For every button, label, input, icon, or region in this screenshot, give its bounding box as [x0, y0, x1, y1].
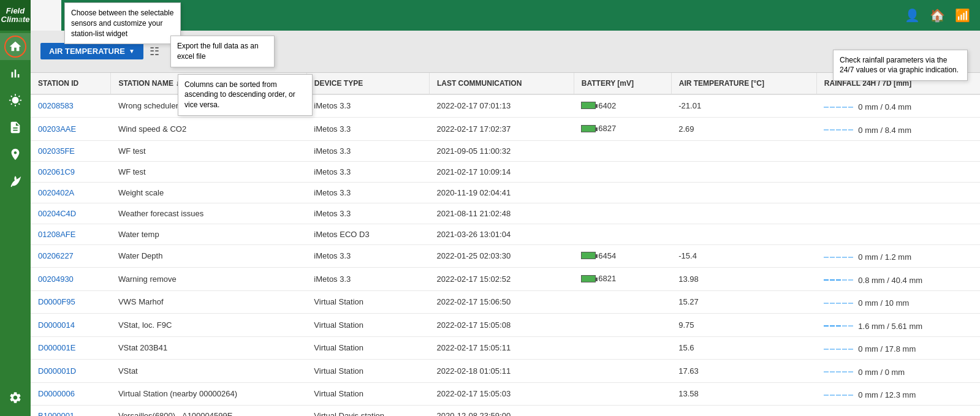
- last-comm-cell: 2022-02-17 15:05:03: [429, 382, 574, 406]
- tooltip-export-text: Export the full data as an excel file: [177, 42, 259, 61]
- sidebar-item-weather[interactable]: [0, 87, 31, 114]
- air-temp-cell: 15.27: [671, 290, 816, 314]
- last-comm-cell: 2022-01-25 02:03:30: [429, 244, 574, 268]
- device-type-cell: Virtual Davis station: [306, 406, 429, 416]
- rainfall-cell: [816, 140, 980, 161]
- building-icon[interactable]: 🏠: [930, 8, 945, 23]
- last-comm-cell: 2022-02-17 15:05:11: [429, 336, 574, 360]
- battery-indicator: 6821: [581, 274, 616, 283]
- tooltip-sensor-text: Choose between the selectable sensors an…: [71, 31, 173, 38]
- device-type-cell: iMetos 3.3: [306, 140, 429, 161]
- sidebar-item-settings[interactable]: [0, 384, 31, 411]
- last-comm-cell: 2021-08-11 21:02:48: [429, 203, 574, 224]
- last-comm-cell: 2022-02-17 15:06:50: [429, 290, 574, 314]
- rainfall-indicator[interactable]: 0 mm / 12.3 mm: [824, 390, 916, 399]
- rainfall-indicator[interactable]: 0 mm / 0.4 mm: [824, 102, 911, 112]
- device-type-cell: iMetos 3.3: [306, 203, 429, 224]
- rainfall-indicator[interactable]: 0 mm / 1.2 mm: [824, 252, 911, 262]
- battery-value: 6827: [598, 124, 616, 133]
- rain-dash-4: [842, 349, 847, 350]
- rainfall-indicator[interactable]: 0 mm / 0 mm: [824, 368, 905, 377]
- rain-dash-2: [830, 303, 835, 304]
- rain-bar-icon: [824, 129, 853, 130]
- rain-dash-5: [848, 395, 853, 396]
- device-type-cell: Virtual Station: [306, 290, 429, 314]
- station-id-link[interactable]: D000001E: [38, 343, 75, 352]
- rain-dash-3: [836, 395, 841, 396]
- air-temperature-button[interactable]: AIR TEMPERATURE ▼: [40, 43, 143, 59]
- tooltip-rainfall-text: Check rainfall parameters via the 24/7 v…: [840, 56, 959, 75]
- last-comm-cell: 2022-02-17 15:05:08: [429, 314, 574, 337]
- rain-bar-icon: [824, 395, 853, 396]
- station-id-link[interactable]: 01208AFE: [38, 230, 75, 239]
- station-id-link[interactable]: 00204C4D: [38, 209, 76, 218]
- table-row: 00208583Wrong scheduleriMetos 3.32022-02…: [31, 94, 980, 118]
- last-comm-cell: 2021-09-05 11:00:32: [429, 140, 574, 161]
- rainfall-indicator[interactable]: 1.6 mm / 5.61 mm: [824, 322, 922, 331]
- rainfall-cell: 0 mm / 17.8 mm: [816, 336, 980, 360]
- rain-dash-4: [842, 257, 847, 258]
- air-temp-cell: [671, 161, 816, 182]
- sidebar-item-home[interactable]: [0, 33, 31, 60]
- rain-dash-2: [830, 371, 835, 373]
- air-temp-cell: 13.58: [671, 382, 816, 406]
- table-row: 00206227Water DepthiMetos 3.32022-01-25 …: [31, 244, 980, 268]
- station-id-link[interactable]: 00208583: [38, 101, 74, 110]
- rain-dash-5: [848, 325, 853, 327]
- rain-dash-3: [836, 303, 841, 304]
- station-name-cell: Water Depth: [111, 244, 306, 268]
- dropdown-caret-icon: ▼: [129, 48, 135, 55]
- grid-view-icon[interactable]: ☷: [150, 45, 159, 58]
- station-id-link[interactable]: 00206227: [38, 251, 74, 260]
- station-id-link[interactable]: 00203AAE: [38, 124, 76, 134]
- rain-dash-4: [842, 129, 847, 130]
- device-type-cell: Virtual Station: [306, 360, 429, 383]
- station-id-link[interactable]: B1000001: [38, 411, 74, 416]
- last-comm-cell: 2022-02-17 07:01:13: [429, 94, 574, 118]
- device-type-cell: Virtual Station: [306, 314, 429, 337]
- rainfall-indicator[interactable]: 0.8 mm / 40.4 mm: [824, 276, 922, 285]
- battery-cell: [574, 406, 671, 416]
- rain-dash-1: [824, 129, 829, 130]
- sidebar-item-leaf[interactable]: [0, 168, 31, 195]
- station-id-link[interactable]: 00204930: [38, 274, 74, 284]
- station-id-link[interactable]: D0000006: [38, 389, 75, 398]
- col-last-comm[interactable]: LAST COMMUNICATION: [429, 73, 574, 94]
- rain-dash-3: [836, 129, 841, 130]
- app-logo[interactable]: FieldClimate: [0, 0, 31, 31]
- rainfall-indicator[interactable]: 0 mm / 8.4 mm: [824, 126, 911, 135]
- col-air-temp[interactable]: AIR TEMPERATURE [°C]: [671, 73, 816, 94]
- signal-icon[interactable]: 📶: [955, 8, 970, 23]
- col-battery[interactable]: BATTERY [mV]: [574, 73, 671, 94]
- station-id-link[interactable]: D0000F95: [38, 297, 75, 306]
- rain-dash-2: [830, 395, 835, 396]
- station-id-link[interactable]: 002035FE: [38, 146, 75, 156]
- station-name-cell: Weight scale: [111, 182, 306, 203]
- rain-dash-1: [824, 107, 829, 108]
- sidebar-item-chart[interactable]: [0, 60, 31, 87]
- air-temp-cell: 9.75: [671, 314, 816, 337]
- rainfall-indicator[interactable]: 0 mm / 10 mm: [824, 298, 909, 308]
- station-id-link[interactable]: 0020402A: [38, 188, 74, 197]
- air-temp-cell: 13.98: [671, 268, 816, 291]
- rainfall-cell: 0 mm / 0.4 mm: [816, 94, 980, 118]
- battery-bar-icon: [581, 102, 596, 109]
- station-id-link[interactable]: D0000014: [38, 320, 75, 330]
- rainfall-cell: 0 mm / 12.3 mm: [816, 382, 980, 406]
- rainfall-indicator[interactable]: 0 mm / 17.8 mm: [824, 344, 916, 354]
- rainfall-cell: [816, 182, 980, 203]
- sidebar-item-pest[interactable]: [0, 141, 31, 168]
- station-id-link[interactable]: 002061C9: [38, 167, 75, 176]
- user-icon[interactable]: 👤: [905, 8, 920, 23]
- col-station-id[interactable]: STATION ID: [31, 73, 111, 94]
- rain-dash-4: [842, 279, 847, 281]
- air-temp-cell: 15.6: [671, 336, 816, 360]
- sidebar-item-report[interactable]: [0, 114, 31, 141]
- station-id-link[interactable]: D000001D: [38, 366, 76, 376]
- table-row: D000001DVStatVirtual Station2022-02-18 0…: [31, 360, 980, 383]
- tooltip-sort-text: Columns can be sorted from ascending to …: [184, 80, 295, 110]
- col-device-type[interactable]: DEVICE TYPE: [306, 73, 429, 94]
- tooltip-sensor: Choose between the selectable sensors an…: [64, 31, 181, 44]
- rain-dash-3: [836, 279, 841, 281]
- rainfall-cell: 0 mm / 0 mm: [816, 360, 980, 383]
